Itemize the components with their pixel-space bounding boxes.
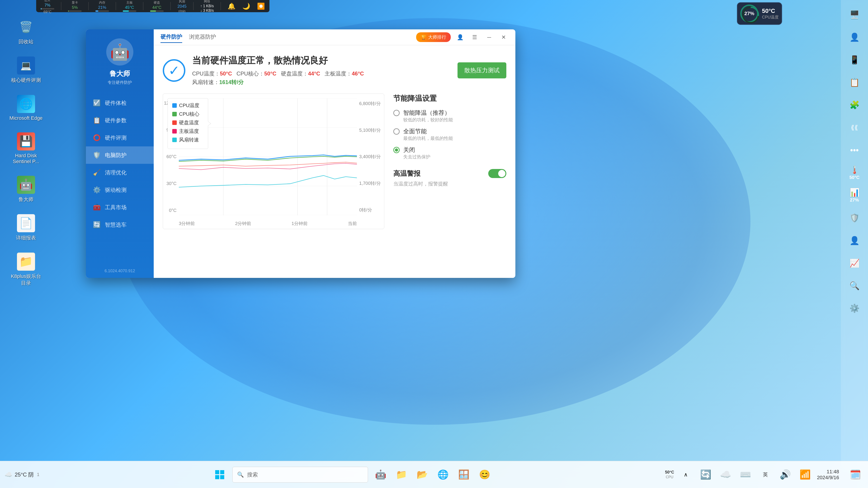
menu-button[interactable]: ☰ (470, 32, 480, 42)
taskbar-right: 50°C CPU ∧ 🔄 ☁️ ⌨️ 英 🔊 📶 11:48 2024/9/16… (665, 466, 864, 483)
nav-tool-market[interactable]: 🧰 工具市场 (86, 199, 154, 216)
nav-hardware-params[interactable]: 📋 硬件参数 (86, 111, 154, 129)
status-icon: ✓ (163, 59, 185, 82)
monitor-record-icon[interactable]: ⏺️ (257, 2, 265, 10)
svg-rect-10 (215, 470, 219, 474)
app-logo: 🤖 (106, 38, 133, 66)
right-sidebar-settings[interactable]: ⚙️ (844, 298, 865, 319)
desktop-icons-container: 🗑️ 回收站 💻 核心硬件评测 🌐 Microsoft Edge 💾 Hard … (9, 18, 43, 287)
right-sidebar-person[interactable]: 👤 (844, 27, 865, 47)
right-sidebar-chevrons[interactable]: ⟪⟪ (844, 118, 865, 138)
right-sidebar: 🖥️ 👤 📱 📋 🧩 ⟪⟪ ••• 🌡️ 50°C 📊 27% 🛡️ 👤 📈 🔍… (841, 0, 868, 470)
nav-clean-optimize[interactable]: 🧹 清理优化 (86, 164, 154, 181)
taskbar-explorer-icon[interactable]: 📂 (414, 466, 430, 483)
monitor-gpu: 显卡 5% (68, 1, 82, 12)
taskbar-wifi-icon[interactable]: 📶 (797, 466, 813, 483)
nav-pc-protect[interactable]: 🛡️ 电脑防护 (86, 147, 154, 164)
user-button[interactable]: 👤 (455, 32, 465, 42)
radio-smart-cooling[interactable]: 智能降温（推荐） 较低的功耗，较好的性能 (393, 109, 506, 123)
app-titlebar: 硬件防护 浏览器防护 🏆 大师排行 👤 ☰ ─ ✕ (154, 29, 515, 45)
desktop-icon-recycle[interactable]: 🗑️ 回收站 (9, 18, 43, 45)
desktop-icon-hardware-bench[interactable]: 💻 核心硬件评测 (9, 57, 43, 84)
taskbar-center: 🔍 搜索 🤖 📁 📂 🌐 🪟 😊 (39, 466, 665, 483)
radio-off[interactable]: 关闭 失去过热保护 (393, 146, 506, 160)
tray-expand-icon[interactable]: ∧ (678, 466, 694, 483)
net-down: ↓ 3 KB/s (200, 8, 214, 13)
monitor-bell-icon[interactable]: 🔔 (228, 2, 236, 10)
stress-test-button[interactable]: 散热压力测试 (458, 62, 506, 78)
taskbar-volume-icon[interactable]: 🔊 (777, 466, 794, 483)
taskbar-sync-icon[interactable]: 🔄 (698, 466, 714, 483)
chart-section: CPU温度 CPU核心 硬盘温度 主板温度 (163, 94, 506, 229)
right-sidebar-dots[interactable]: ••• (844, 140, 865, 160)
taskbar-lang-icon[interactable]: 英 (757, 466, 774, 483)
nav-driver-detect[interactable]: ⚙️ 驱动检测 (86, 181, 154, 199)
desktop-icon-ludashi[interactable]: 🤖 鲁大师 (9, 176, 43, 203)
desktop-icon-sheet[interactable]: 📄 详细报表 (9, 214, 43, 241)
titlebar-actions: 🏆 大师排行 👤 ☰ ─ ✕ (416, 32, 508, 42)
nav-hardware-eval[interactable]: ⭕ 硬件评测 (86, 129, 154, 147)
cpu-widget: 27% 50°C CPU温度 (737, 2, 782, 25)
right-sidebar-shield[interactable]: 🛡️ (844, 208, 865, 228)
right-sidebar-list[interactable]: 📋 (844, 72, 865, 93)
gpu-pct: 5% (72, 5, 78, 10)
settings-sidebar-icon: ⚙️ (849, 304, 860, 313)
status-details: CPU温度：50°C CPU核心：50°C 硬盘温度：44°C 主板温度：46°… (192, 69, 451, 87)
high-temp-title: 高温警报 (393, 169, 421, 178)
taskbar-windows-store-icon[interactable]: 🪟 (456, 466, 472, 483)
taskbar-notif-icon[interactable]: 🗓️ (847, 466, 864, 483)
monitor-mainboard: 主板 45°C (123, 1, 136, 12)
app-sidebar: 🤖 鲁大师 专注硬件防护 ☑️ 硬件体检 📋 硬件参数 ⭕ 硬件评测 🛡️ 电脑… (86, 29, 154, 278)
taskbar-time: 11:48 (827, 469, 839, 475)
legend-hdd-temp: 硬盘温度 (172, 119, 204, 126)
taskbar-start-button[interactable] (212, 466, 228, 483)
legend-cpu-core: CPU核心 (172, 111, 204, 118)
monitor-fan: 风扇 2045 r/min (178, 0, 186, 13)
right-sidebar-user2[interactable]: 👤 (844, 230, 865, 251)
tab-browser-protect[interactable]: 浏览器防护 (189, 31, 216, 43)
taskbar-app5-icon[interactable]: 😊 (476, 466, 493, 483)
nav-hardware-check[interactable]: ☑️ 硬件体检 (86, 94, 154, 111)
taskbar-cloud-icon[interactable]: ☁️ (717, 466, 734, 483)
taskbar-cpu-badge: 50°C CPU (665, 470, 674, 479)
monitor-moon-icon[interactable]: 🌙 (242, 2, 250, 10)
right-sidebar-search[interactable]: 🔍 (844, 275, 865, 296)
radio-full-saving[interactable]: 全面节能 最低的功耗，最低的性能 (393, 127, 506, 141)
monitor-memory: 内存 21% (95, 1, 109, 12)
status-header: ✓ 当前硬件温度正常，散热情况良好 CPU温度：50°C CPU核心：50°C … (163, 54, 506, 87)
rank-button[interactable]: 🏆 大师排行 (416, 32, 451, 42)
taskbar-edge-icon[interactable]: 🌐 (435, 466, 451, 483)
radio-dot-off (395, 149, 398, 152)
board-temp-val: 46°C (352, 70, 364, 76)
right-sidebar-puzzle[interactable]: 🧩 (844, 95, 865, 115)
close-button[interactable]: ✕ (499, 32, 508, 42)
desktop-icon-k8plus[interactable]: 📁 K8plus娱乐台目录 (9, 253, 43, 287)
taskbar-files-icon[interactable]: 📁 (393, 466, 410, 483)
monitor-cpu: 芯片 7% 69°C (41, 0, 54, 14)
taskbar-keyboard-icon[interactable]: ⌨️ (737, 466, 754, 483)
right-panel: 节能降温设置 智能降温（推荐） 较低的功耗，较好的性能 (393, 94, 506, 229)
right-sidebar-display[interactable]: 🖥️ (844, 4, 865, 25)
radio-circle-smart (393, 110, 400, 116)
app-version: 6.1024.4070.912 (104, 264, 135, 273)
taskbar-ludashi-icon[interactable]: 🤖 (373, 466, 389, 483)
notification-badge: 1 (37, 472, 39, 477)
nav-smart-car-icon: 🔄 (93, 221, 101, 228)
chart-y-labels-right: 6,800转/分 5,100转/分 3,400转/分 1,700转/分 0转/分 (357, 98, 384, 215)
desktop-icon-hds[interactable]: 💾 Hard Disk Sentinel P... (9, 132, 43, 164)
taskbar-search[interactable]: 🔍 搜索 (232, 467, 368, 483)
svg-rect-12 (215, 475, 219, 479)
nav-clean-optimize-icon: 🧹 (93, 169, 101, 176)
right-sidebar-temp: 🌡️ 50°C (844, 163, 865, 183)
nav-driver-detect-icon: ⚙️ (93, 186, 101, 194)
right-sidebar-graph[interactable]: 📈 (844, 253, 865, 273)
search-sidebar-icon: 🔍 (849, 282, 860, 290)
tab-hardware-protect[interactable]: 硬件防护 (160, 31, 182, 43)
toggle-high-temp[interactable] (488, 169, 506, 178)
minimize-button[interactable]: ─ (484, 32, 494, 42)
nav-smart-car[interactable]: 🔄 智慧选车 (86, 216, 154, 233)
cpu-circle: 27% (740, 4, 758, 23)
hdd-temp-val: 44°C (308, 70, 320, 76)
desktop-icon-edge[interactable]: 🌐 Microsoft Edge (9, 95, 43, 121)
right-sidebar-phone[interactable]: 📱 (844, 50, 865, 70)
